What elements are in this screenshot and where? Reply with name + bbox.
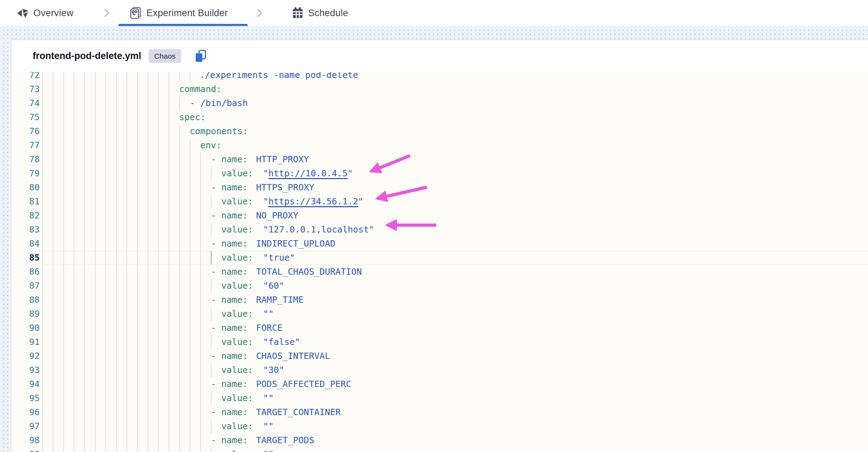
indent-guide xyxy=(190,265,190,279)
code-line-85[interactable]: 85value:"true" xyxy=(11,251,868,265)
chevron-right-icon xyxy=(256,8,263,18)
indent-guide xyxy=(169,138,169,152)
indent-guide xyxy=(63,237,64,251)
indent-guide xyxy=(116,447,117,452)
indent-guide xyxy=(126,279,127,293)
indent-guide xyxy=(74,265,74,279)
code-line-75[interactable]: 75spec: xyxy=(11,110,868,124)
indent-guide xyxy=(126,363,127,377)
proxy-link[interactable]: http://10.0.4.5 xyxy=(268,166,348,181)
code-line-97[interactable]: 97value:"" xyxy=(11,419,868,433)
code-token: NO_PROXY xyxy=(256,209,298,223)
indent-guide xyxy=(116,96,117,110)
indent-guide xyxy=(200,391,201,405)
indent-guide xyxy=(148,209,148,223)
code-line-98[interactable]: 98-name:TARGET_PODS xyxy=(11,433,868,447)
code-line-86[interactable]: 86-name:TOTAL_CHAOS_DURATION xyxy=(11,265,868,279)
indent-guide xyxy=(200,152,201,166)
indent-guide xyxy=(137,349,138,363)
code-line-92[interactable]: 92-name:CHAOS_INTERVAL xyxy=(11,349,868,363)
indent-guide xyxy=(74,363,74,377)
indent-guide xyxy=(137,405,138,419)
line-number: 95 xyxy=(11,391,40,405)
code-line-96[interactable]: 96-name:TARGET_CONTAINER xyxy=(11,405,868,419)
indent-guide xyxy=(116,405,117,419)
code-line-99[interactable]: 99value:"" xyxy=(11,447,868,452)
indent-guide xyxy=(137,251,138,265)
code-line-94[interactable]: 94-name:PODS_AFFECTED_PERC xyxy=(11,377,868,391)
nav-item-schedule[interactable]: Schedule xyxy=(292,0,348,26)
code-line-72[interactable]: 72./experiments -name pod-delete xyxy=(11,72,868,82)
code-line-88[interactable]: 88-name:RAMP_TIME xyxy=(11,293,868,307)
indent-guide xyxy=(42,82,43,96)
panel-header: frontend-pod-delete.yml Chaos xyxy=(11,40,868,72)
indent-guide xyxy=(137,335,138,349)
code-line-73[interactable]: 73command: xyxy=(11,82,868,96)
code-line-80[interactable]: 80-name:HTTPS_PROXY xyxy=(11,181,868,195)
code-line-89[interactable]: 89value:"" xyxy=(11,307,868,321)
indent-guide xyxy=(148,138,148,152)
indent-guide xyxy=(148,223,148,237)
line-number: 91 xyxy=(11,335,40,349)
proxy-link[interactable]: https://34.56.1.2 xyxy=(268,195,358,209)
indent-guide xyxy=(126,349,127,363)
indent-guide xyxy=(95,391,96,405)
indent-guide xyxy=(137,377,138,391)
code-line-78[interactable]: 78-name:HTTP_PROXY xyxy=(11,152,868,166)
code-line-93[interactable]: 93value:"30" xyxy=(11,363,868,377)
indent-guide xyxy=(84,447,85,452)
indent-guide xyxy=(158,138,159,152)
indent-guide xyxy=(126,152,127,166)
code-line-91[interactable]: 91value:"false" xyxy=(11,335,868,349)
indent-guide xyxy=(105,405,106,419)
nav-item-overview[interactable]: Overview xyxy=(17,0,73,26)
indent-guide xyxy=(74,110,74,124)
indent-guide xyxy=(63,138,64,152)
indent-guide xyxy=(63,349,64,363)
code-line-74[interactable]: 74-/bin/bash xyxy=(11,96,868,110)
code-line-82[interactable]: 82-name:NO_PROXY xyxy=(11,209,868,223)
indent-guide xyxy=(158,166,159,181)
indent-guide xyxy=(42,72,43,82)
indent-guide xyxy=(169,195,169,209)
code-token: name: xyxy=(221,433,248,447)
yaml-editor[interactable]: 72./experiments -name pod-delete73comman… xyxy=(11,72,868,452)
code-token: /bin/bash xyxy=(200,96,248,110)
code-line-87[interactable]: 87value:"60" xyxy=(11,279,868,293)
indent-guide xyxy=(105,124,106,138)
code-token: "60" xyxy=(263,279,284,293)
indent-guide xyxy=(84,363,85,377)
indent-guide xyxy=(105,96,106,110)
indent-guide xyxy=(169,166,169,181)
indent-guide xyxy=(74,181,74,195)
code-line-81[interactable]: 81value:"https://34.56.1.2" xyxy=(11,195,868,209)
line-number: 82 xyxy=(11,209,40,223)
indent-guide xyxy=(105,321,106,335)
line-number: 75 xyxy=(11,110,40,124)
code-line-79[interactable]: 79value:"http://10.0.4.5" xyxy=(11,166,868,181)
code-line-95[interactable]: 95value:"" xyxy=(11,391,868,405)
indent-guide xyxy=(84,279,85,293)
code-line-83[interactable]: 83value:"127.0.0.1,localhost" xyxy=(11,223,868,237)
indent-guide xyxy=(95,96,96,110)
nav-item-experiment-builder[interactable]: Experiment Builder xyxy=(129,0,228,26)
indent-guide xyxy=(158,251,159,265)
code-line-84[interactable]: 84-name:INDIRECT_UPLOAD xyxy=(11,237,868,251)
indent-guide xyxy=(116,138,117,152)
indent-guide xyxy=(158,72,159,82)
line-number: 86 xyxy=(11,265,40,279)
indent-guide xyxy=(126,209,127,223)
copy-button[interactable] xyxy=(195,50,207,63)
indent-guide xyxy=(84,251,85,265)
indent-guide xyxy=(137,321,138,335)
code-line-76[interactable]: 76components: xyxy=(11,124,868,138)
code-line-90[interactable]: 90-name:FORCE xyxy=(11,321,868,335)
indent-guide xyxy=(105,82,106,96)
indent-guide xyxy=(126,321,127,335)
calendar-icon xyxy=(292,7,304,19)
indent-guide xyxy=(137,237,138,251)
code-line-77[interactable]: 77env: xyxy=(11,138,868,152)
code-token: - xyxy=(211,209,216,223)
indent-guide xyxy=(137,265,138,279)
indent-guide xyxy=(105,265,106,279)
